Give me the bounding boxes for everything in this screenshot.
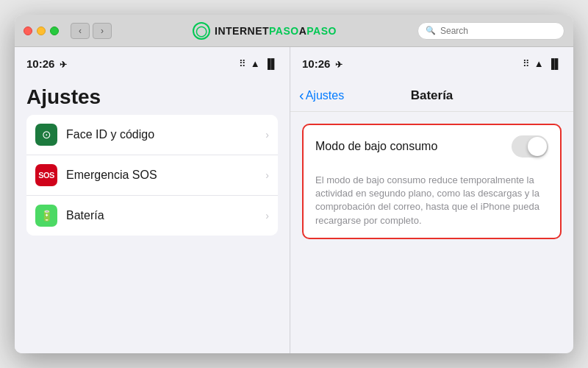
low-power-toggle[interactable] — [512, 135, 548, 158]
search-input[interactable] — [440, 26, 556, 36]
settings-item-battery[interactable]: 🔋 Batería › — [26, 196, 278, 236]
low-power-label: Modo de bajo consumo — [315, 140, 512, 153]
detail-content: Modo de bajo consumo El modo de bajo con… — [290, 112, 573, 353]
left-status-bar: 10:26 ✈ ⠿ ▲ ▐▌ — [15, 47, 290, 79]
settings-title: Ajustes — [26, 85, 278, 109]
logo-icon: ◯ — [193, 22, 210, 40]
main-window: ‹ › ◯ INTERNETPASOAPASO 🔍 10:26 ✈ — [15, 15, 573, 353]
right-status-icons: ⠿ ▲ ▐▌ — [523, 58, 562, 69]
battery-icon: ▐▌ — [265, 58, 278, 69]
search-bar[interactable]: 🔍 — [417, 22, 564, 40]
search-icon: 🔍 — [426, 26, 436, 35]
detail-nav-title: Batería — [411, 88, 453, 103]
titlebar: ‹ › ◯ INTERNETPASOAPASO 🔍 — [15, 15, 573, 47]
low-power-group: Modo de bajo consumo El modo de bajo con… — [302, 124, 562, 239]
settings-list: ⊙ Face ID y código › SOS Emergencia SOS … — [15, 115, 290, 353]
right-battery-icon: ▐▌ — [548, 58, 562, 69]
minimize-button[interactable] — [37, 26, 46, 35]
sos-label: Emergencia SOS — [66, 169, 265, 182]
right-grid-icon: ⠿ — [523, 58, 530, 69]
faceid-chevron: › — [265, 129, 269, 141]
right-wifi-icon: ▲ — [534, 58, 544, 69]
logo-area: ◯ INTERNETPASOAPASO — [118, 22, 412, 40]
toggle-knob — [528, 137, 547, 156]
wifi-icon: ▲ — [251, 58, 260, 69]
left-status-icons: ⠿ ▲ ▐▌ — [239, 58, 278, 69]
low-power-row: Modo de bajo consumo — [304, 125, 560, 168]
grid-icon: ⠿ — [239, 58, 246, 69]
ios-settings-panel: 10:26 ✈ ⠿ ▲ ▐▌ Ajustes ⊙ — [15, 47, 290, 353]
faceid-icon: ⊙ — [35, 124, 57, 146]
chevron-left-icon: ‹ — [299, 87, 304, 104]
close-button[interactable] — [24, 26, 32, 35]
settings-group: ⊙ Face ID y código › SOS Emergencia SOS … — [26, 115, 278, 236]
ios-detail-panel: 10:26 ✈ ⠿ ▲ ▐▌ ‹ Ajustes Batería — [290, 47, 573, 353]
back-label: Ajustes — [306, 89, 344, 102]
sos-chevron: › — [265, 169, 269, 181]
right-status-time: 10:26 ✈ — [302, 57, 343, 70]
battery-chevron: › — [265, 210, 269, 222]
content-area: 10:26 ✈ ⠿ ▲ ▐▌ Ajustes ⊙ — [15, 47, 573, 353]
traffic-lights — [24, 26, 59, 35]
nav-buttons: ‹ › — [71, 23, 112, 39]
maximize-button[interactable] — [50, 26, 59, 35]
sos-icon: SOS — [35, 164, 57, 186]
settings-header: Ajustes — [15, 79, 290, 115]
low-power-description: El modo de bajo consumo reduce temporalm… — [304, 168, 560, 238]
back-nav-button[interactable]: ‹ — [71, 23, 90, 39]
right-status-bar: 10:26 ✈ ⠿ ▲ ▐▌ — [290, 47, 573, 79]
battery-icon-wrap: 🔋 — [35, 205, 57, 227]
forward-nav-button[interactable]: › — [93, 23, 112, 39]
logo-text: INTERNETPASOAPASO — [215, 25, 337, 37]
settings-item-sos[interactable]: SOS Emergencia SOS › — [26, 155, 278, 196]
back-button[interactable]: ‹ Ajustes — [299, 87, 344, 104]
faceid-label: Face ID y código — [66, 128, 265, 141]
left-status-time: 10:26 ✈ — [26, 57, 67, 70]
detail-nav-bar: ‹ Ajustes Batería — [290, 79, 573, 112]
settings-item-faceid[interactable]: ⊙ Face ID y código › — [26, 115, 278, 155]
battery-label: Batería — [66, 209, 265, 222]
